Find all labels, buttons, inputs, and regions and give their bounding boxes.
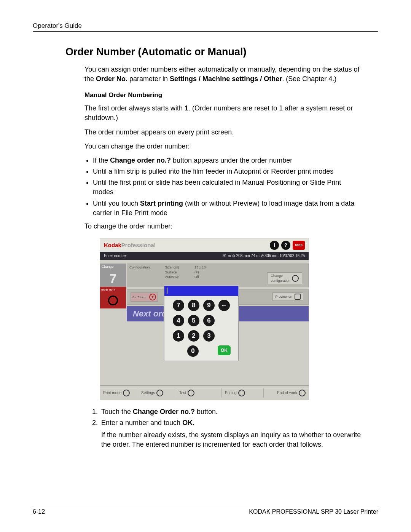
bold-text: Change Order no.? <box>133 408 195 415</box>
key-2[interactable]: 2 <box>188 330 199 342</box>
label: Print mode <box>103 390 121 396</box>
chip-label: 6 x 7 inch <box>132 295 145 299</box>
text: The first order always starts with <box>84 104 185 112</box>
circle-icon <box>123 390 130 396</box>
end-of-work-button[interactable]: End of work <box>264 388 309 398</box>
status-bar: Enter number 91 m ⊘ 203 mm 74 m ⊘ 305 mm… <box>100 252 309 260</box>
running-header: Operator's Guide <box>33 22 378 32</box>
footer-product: KODAK PROFESSIONAL SRP 30 Laser Printer <box>249 508 378 515</box>
value: 13 x 18 <box>194 265 206 270</box>
text: Until you touch <box>93 200 140 207</box>
key-5[interactable]: 5 <box>188 315 199 326</box>
paragraph: To change the order number: <box>84 222 363 231</box>
step-list: Touch the Change Order no.? button. Ente… <box>84 407 363 449</box>
spacer <box>172 345 183 357</box>
change-label: Change <box>100 264 126 270</box>
list-item: Until a film strip is pulled into the fi… <box>93 167 363 176</box>
label: Surface <box>165 270 180 275</box>
subsection-heading: Manual Order Numbering <box>84 91 363 100</box>
key-8[interactable]: 8 <box>188 300 199 311</box>
bold-text: Settings / Machine settings / Other <box>170 75 282 83</box>
text-cursor-icon <box>167 288 167 294</box>
key-0[interactable]: 0 <box>187 345 199 357</box>
change-order-no-button[interactable] <box>100 292 126 308</box>
bullet-list: If the Change order no.? button appears … <box>84 156 363 218</box>
paragraph: The order number appears on every print … <box>84 128 363 137</box>
keypad-display[interactable] <box>164 286 238 296</box>
step-item: Enter a number and touch OK. If the numb… <box>100 418 363 449</box>
key-9[interactable]: 9 <box>203 300 215 311</box>
help-icon[interactable]: ? <box>281 241 290 250</box>
key-3[interactable]: 3 <box>203 330 215 342</box>
value: (F) <box>194 270 206 275</box>
label: Test <box>179 390 186 396</box>
status-right: 91 m ⊘ 203 mm 74 m ⊘ 305 mm 10/07/02 16:… <box>223 253 305 259</box>
value: Off <box>194 275 206 280</box>
configuration-band: Configuration Size [cm] Surface Autosave… <box>127 264 309 287</box>
dropdown-icon: ▼ <box>149 294 156 300</box>
intro-paragraph: You can assign order numbers either auto… <box>84 65 363 84</box>
print-mode-button[interactable]: Print mode <box>100 388 138 398</box>
label: Autosave <box>165 275 180 280</box>
paragraph: The first order always starts with 1. (O… <box>84 104 363 123</box>
section-heading: Order Number (Automatic or Manual) <box>65 46 378 58</box>
bold-text: Start printing <box>140 200 183 207</box>
text: Enter a number and touch <box>101 419 182 427</box>
embedded-touchscreen: KodakProfessional i ? Stop Enter number … <box>100 238 309 400</box>
key-4[interactable]: 4 <box>173 315 184 326</box>
bold-text: Change order no.? <box>110 157 171 164</box>
step-note: If the number already exists, the system… <box>101 430 363 449</box>
key-7[interactable]: 7 <box>173 300 184 311</box>
list-item: Until you touch Start printing (with or … <box>93 199 363 218</box>
preview-toggle[interactable]: Preview on <box>272 292 303 301</box>
current-order-number: 7 <box>100 270 126 287</box>
numeric-keypad: 7 8 9 ← 4 5 6 1 2 <box>164 286 239 361</box>
format-chip[interactable]: 6 x 7 inch ▼ <box>131 292 158 302</box>
label: Settings <box>141 390 155 396</box>
label: Pricing <box>225 390 237 396</box>
text: button. <box>195 408 218 415</box>
text: . <box>193 419 194 427</box>
key-backspace[interactable]: ← <box>218 300 230 311</box>
page-number: 6-12 <box>33 508 45 515</box>
step-item: Touch the Change Order no.? button. <box>100 407 363 417</box>
stop-button[interactable]: Stop <box>293 241 305 250</box>
text: Touch the <box>101 408 133 415</box>
info-icon[interactable]: i <box>270 241 279 250</box>
circle-icon <box>188 390 194 396</box>
square-icon <box>295 294 301 300</box>
spacer <box>218 330 230 342</box>
text: . (See Chapter 4.) <box>282 75 336 83</box>
circle-icon <box>156 390 163 396</box>
brand-professional: Professional <box>121 242 156 248</box>
list-item: Until the first print or slide has been … <box>93 178 363 197</box>
bold-text: OK <box>182 419 193 427</box>
change-order-panel: Change 7 order no.? <box>100 264 126 308</box>
key-1[interactable]: 1 <box>173 330 184 342</box>
paragraph: You can change the order number: <box>84 142 363 151</box>
circle-icon <box>238 390 245 396</box>
label: Preview on <box>275 294 292 299</box>
text: configuration <box>271 279 290 283</box>
change-configuration-button[interactable]: Changeconfiguration <box>267 272 302 284</box>
text: Change <box>271 274 283 278</box>
label: Configuration <box>129 265 150 270</box>
ok-button[interactable]: OK <box>218 345 231 355</box>
text: parameter in <box>127 75 170 83</box>
circle-icon <box>299 390 306 396</box>
label: End of work <box>277 390 297 396</box>
brand-kodak: Kodak <box>104 242 121 248</box>
text: button appears under the order number <box>171 157 292 164</box>
order-no-tag: order no.? <box>100 287 126 292</box>
pricing-button[interactable]: Pricing <box>222 388 264 398</box>
status-left: Enter number <box>104 253 127 259</box>
bold-text: Order No. <box>96 75 127 83</box>
key-6[interactable]: 6 <box>203 315 215 326</box>
brand-logo: KodakProfessional <box>104 241 156 249</box>
spacer <box>218 315 230 326</box>
circle-icon <box>292 275 299 282</box>
bottom-toolbar: Print mode Settings Test Pricing End of … <box>100 385 309 400</box>
test-button[interactable]: Test <box>176 388 222 398</box>
settings-button[interactable]: Settings <box>138 388 176 398</box>
page-footer: 6-12 KODAK PROFESSIONAL SRP 30 Laser Pri… <box>33 506 378 515</box>
